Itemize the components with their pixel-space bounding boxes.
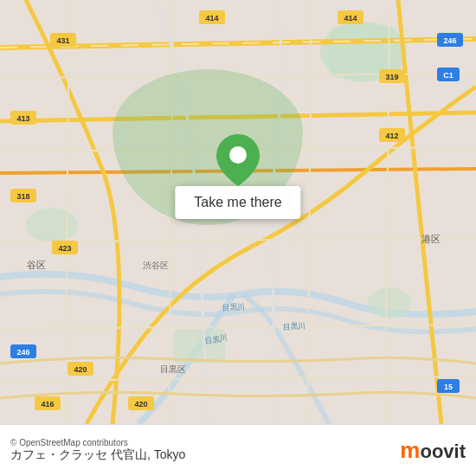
- svg-text:15: 15: [444, 383, 453, 391]
- location-pin: [216, 134, 260, 186]
- svg-text:渋谷区: 渋谷区: [143, 261, 169, 270]
- svg-point-56: [229, 146, 247, 164]
- svg-text:目黒区: 目黒区: [160, 364, 186, 374]
- svg-text:港区: 港区: [421, 234, 441, 244]
- take-me-there-button[interactable]: Take me there: [175, 186, 300, 219]
- svg-text:413: 413: [16, 114, 29, 123]
- svg-text:423: 423: [58, 244, 71, 253]
- moovit-text: moovit: [400, 437, 466, 464]
- svg-text:C1: C1: [443, 71, 453, 80]
- footer: © OpenStreetMap contributors カフェ・クラッセ 代官…: [0, 424, 476, 476]
- footer-left: © OpenStreetMap contributors カフェ・クラッセ 代官…: [10, 438, 185, 463]
- svg-point-3: [26, 208, 78, 242]
- svg-text:318: 318: [16, 192, 29, 201]
- map-container: 431 414 414 246 413 319 C1 318 412 423 2…: [0, 0, 476, 424]
- svg-text:246: 246: [16, 348, 29, 357]
- svg-text:412: 412: [385, 132, 398, 140]
- moovit-rest: oovit: [420, 441, 466, 462]
- svg-text:414: 414: [205, 14, 218, 23]
- svg-text:431: 431: [56, 36, 69, 45]
- svg-text:420: 420: [134, 400, 147, 408]
- svg-text:414: 414: [344, 14, 357, 23]
- moovit-m: m: [400, 437, 420, 463]
- svg-text:246: 246: [443, 36, 456, 45]
- svg-text:416: 416: [41, 400, 54, 408]
- place-name: カフェ・クラッセ 代官山, Tokyo: [10, 447, 185, 463]
- svg-point-5: [368, 287, 411, 318]
- svg-text:420: 420: [74, 365, 87, 374]
- osm-credit: © OpenStreetMap contributors: [10, 438, 185, 447]
- svg-text:319: 319: [385, 73, 398, 81]
- svg-text:目黒川: 目黒川: [282, 321, 306, 331]
- svg-text:谷区: 谷区: [27, 260, 46, 270]
- moovit-logo: moovit: [400, 437, 466, 464]
